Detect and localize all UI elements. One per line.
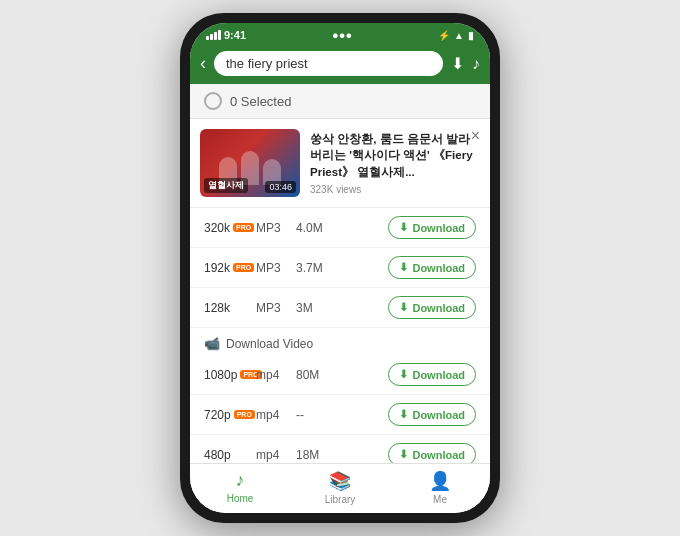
audio-quality-1: 192kPRO [204, 261, 256, 275]
audio-format-0: MP3 [256, 221, 296, 235]
selected-bar: 0 Selected [190, 84, 490, 119]
download-icon[interactable]: ⬇ [451, 54, 464, 73]
search-bar: ‹ the fiery priest ⬇ ♪ [190, 45, 490, 84]
dl-label-0: Download [412, 222, 465, 234]
vdl-label-0: Download [412, 369, 465, 381]
audio-quality-0: 320kPRO [204, 221, 256, 235]
time-display: 9:41 [224, 29, 246, 41]
phone-frame: 9:41 ●●● ⚡ ▲ ▮ ‹ the fiery priest ⬇ ♪ 0 … [180, 13, 500, 523]
audio-row: 192kPRO MP3 3.7M ⬇ Download [190, 248, 490, 288]
video-section-header: 📹 Download Video [190, 328, 490, 355]
audio-quality-2: 128k [204, 301, 256, 315]
dl-label-2: Download [412, 302, 465, 314]
home-label: Home [227, 493, 254, 504]
video-thumbnail[interactable]: 열혈사제 03:46 [200, 129, 300, 197]
audio-download-btn-0[interactable]: ⬇ Download [388, 216, 476, 239]
audio-row: 128k MP3 3M ⬇ Download [190, 288, 490, 328]
video-row: 1080pPRO mp4 80M ⬇ Download [190, 355, 490, 395]
music-icon[interactable]: ♪ [472, 55, 480, 73]
video-row: 480p mp4 18M ⬇ Download [190, 435, 490, 463]
battery-icon: ▮ [468, 30, 474, 41]
select-checkbox[interactable] [204, 92, 222, 110]
video-download-btn-0[interactable]: ⬇ Download [388, 363, 476, 386]
video-format-0: mp4 [256, 368, 296, 382]
video-size-2: 18M [296, 448, 388, 462]
me-label: Me [433, 494, 447, 505]
pro-badge-v: PRO [234, 410, 255, 419]
vdl-label-2: Download [412, 449, 465, 461]
close-button[interactable]: × [471, 127, 480, 145]
vdl-icon-0: ⬇ [399, 368, 408, 381]
back-button[interactable]: ‹ [200, 53, 206, 74]
notch: ●●● [332, 29, 352, 41]
bluetooth-icon: ⚡ [438, 30, 450, 41]
video-quality-0: 1080pPRO [204, 368, 256, 382]
dl-icon-2: ⬇ [399, 301, 408, 314]
bottom-nav: ♪ Home 📚 Library 👤 Me [190, 463, 490, 513]
library-icon: 📚 [329, 470, 351, 492]
vdl-icon-2: ⬇ [399, 448, 408, 461]
video-size-1: -- [296, 408, 388, 422]
selected-count: 0 Selected [230, 94, 291, 109]
audio-size-2: 3M [296, 301, 388, 315]
nav-library[interactable]: 📚 Library [290, 470, 390, 505]
audio-download-btn-2[interactable]: ⬇ Download [388, 296, 476, 319]
download-section: 320kPRO MP3 4.0M ⬇ Download 192kPRO MP3 … [190, 208, 490, 463]
video-rows: 1080pPRO mp4 80M ⬇ Download 720pPRO mp4 … [190, 355, 490, 463]
video-section-label: Download Video [226, 337, 313, 351]
dl-label-1: Download [412, 262, 465, 274]
audio-row: 320kPRO MP3 4.0M ⬇ Download [190, 208, 490, 248]
me-icon: 👤 [429, 470, 451, 492]
video-row: 720pPRO mp4 -- ⬇ Download [190, 395, 490, 435]
video-quality-2: 480p [204, 448, 256, 462]
video-section-icon: 📹 [204, 336, 220, 351]
dl-icon-1: ⬇ [399, 261, 408, 274]
video-size-0: 80M [296, 368, 388, 382]
wifi-icon: ▲ [454, 30, 464, 41]
status-icons: ⚡ ▲ ▮ [438, 30, 474, 41]
phone-screen: 9:41 ●●● ⚡ ▲ ▮ ‹ the fiery priest ⬇ ♪ 0 … [190, 23, 490, 513]
audio-rows: 320kPRO MP3 4.0M ⬇ Download 192kPRO MP3 … [190, 208, 490, 328]
status-bar: 9:41 ●●● ⚡ ▲ ▮ [190, 23, 490, 45]
audio-format-1: MP3 [256, 261, 296, 275]
home-icon: ♪ [236, 470, 245, 491]
video-info: 쑹삭 안창환, 룸드 음문서 발라버리는 '핵사이다 액션' 《Fiery Pr… [310, 129, 480, 197]
main-content: 열혈사제 03:46 쑹삭 안창환, 룸드 음문서 발라버리는 '핵사이다 액션… [190, 119, 490, 463]
audio-format-2: MP3 [256, 301, 296, 315]
pro-badge: PRO [233, 263, 254, 272]
video-views: 323K views [310, 184, 480, 195]
vdl-icon-1: ⬇ [399, 408, 408, 421]
nav-me[interactable]: 👤 Me [390, 470, 490, 505]
video-download-btn-1[interactable]: ⬇ Download [388, 403, 476, 426]
audio-download-btn-1[interactable]: ⬇ Download [388, 256, 476, 279]
signal-icon [206, 30, 221, 40]
video-format-1: mp4 [256, 408, 296, 422]
status-time: 9:41 [206, 29, 246, 41]
search-input-wrap[interactable]: the fiery priest [214, 51, 443, 76]
audio-size-0: 4.0M [296, 221, 388, 235]
dl-icon-0: ⬇ [399, 221, 408, 234]
video-quality-1: 720pPRO [204, 408, 256, 422]
video-title: 쑹삭 안창환, 룸드 음문서 발라버리는 '핵사이다 액션' 《Fiery Pr… [310, 131, 480, 179]
pro-badge: PRO [233, 223, 254, 232]
video-card: 열혈사제 03:46 쑹삭 안창환, 룸드 음문서 발라버리는 '핵사이다 액션… [190, 119, 490, 208]
video-duration: 03:46 [265, 181, 296, 193]
video-format-2: mp4 [256, 448, 296, 462]
search-action-icons: ⬇ ♪ [451, 54, 480, 73]
search-input[interactable]: the fiery priest [226, 56, 431, 71]
thumb-label: 열혈사제 [204, 178, 248, 193]
nav-home[interactable]: ♪ Home [190, 470, 290, 505]
library-label: Library [325, 494, 356, 505]
video-download-btn-2[interactable]: ⬇ Download [388, 443, 476, 463]
audio-size-1: 3.7M [296, 261, 388, 275]
vdl-label-1: Download [412, 409, 465, 421]
